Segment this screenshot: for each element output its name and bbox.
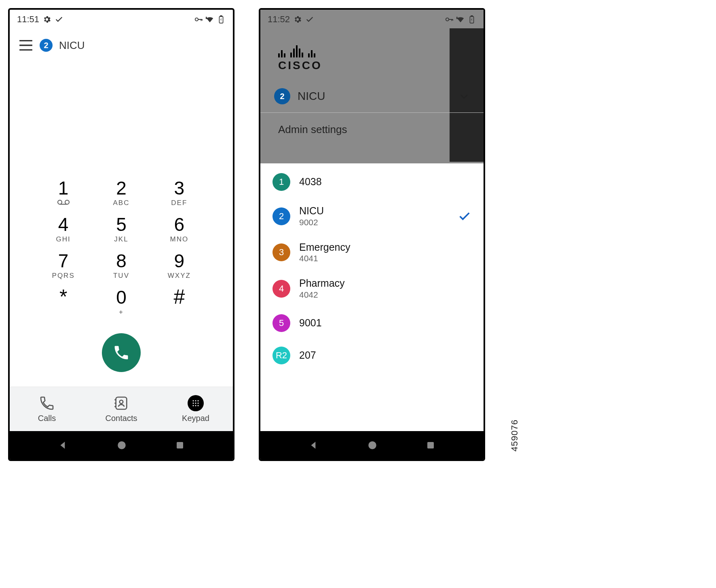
settings-gear-icon — [42, 15, 51, 24]
svg-point-7 — [120, 400, 123, 404]
line-badge: 2 — [40, 39, 53, 52]
nav-recents-icon[interactable] — [175, 440, 185, 450]
svg-point-14 — [193, 405, 194, 406]
line-name: Emergency — [299, 242, 350, 253]
status-bar: 11:52 — [260, 10, 484, 29]
dial-keypad: 1 2ABC 3DEF 4GHI 5JKL 6MNO 7PQRS 8TUV 9W… — [34, 176, 208, 321]
tab-calls[interactable]: Calls — [10, 387, 84, 431]
wifi-signal-icon — [456, 15, 465, 24]
svg-point-10 — [198, 400, 199, 402]
bottom-tab-bar: Calls Contacts Keypad — [10, 387, 233, 431]
line-name: 207 — [299, 350, 316, 361]
cisco-brand-text: CISCO — [278, 59, 484, 72]
phone-screen-line-selector: 11:52 CISCO 2 NICU — [259, 8, 485, 461]
keypad-icon — [188, 395, 204, 411]
svg-point-12 — [195, 403, 196, 404]
line-number: 9002 — [299, 218, 324, 227]
status-time: 11:51 — [17, 14, 39, 25]
svg-point-19 — [446, 18, 449, 21]
line-item-5[interactable]: 5 9001 — [260, 307, 484, 339]
key-0[interactable]: 0+ — [92, 285, 150, 321]
tab-keypad-label: Keypad — [182, 414, 209, 423]
svg-point-17 — [118, 441, 126, 449]
line-name: NICU — [299, 205, 324, 217]
line-badge-5: 5 — [272, 314, 290, 332]
line-number: 4041 — [299, 254, 350, 263]
selected-check-icon — [458, 209, 471, 223]
svg-point-23 — [368, 441, 376, 449]
svg-rect-22 — [471, 16, 473, 17]
svg-point-15 — [195, 405, 196, 406]
svg-point-5 — [65, 200, 69, 204]
android-nav-bar — [10, 431, 233, 459]
line-item-r2[interactable]: R2 207 — [260, 339, 484, 372]
chevron-down-icon — [458, 91, 470, 102]
line-badge: 2 — [274, 88, 290, 104]
svg-rect-1 — [206, 17, 207, 19]
key-3[interactable]: 3DEF — [150, 176, 208, 212]
android-nav-bar — [260, 431, 484, 459]
status-time: 11:52 — [268, 14, 290, 25]
line-badge-3: 3 — [272, 243, 290, 261]
svg-rect-18 — [177, 442, 183, 448]
calls-icon — [39, 395, 55, 411]
key-8[interactable]: 8TUV — [92, 248, 150, 285]
line-badge-r2: R2 — [272, 347, 290, 364]
svg-rect-3 — [220, 16, 222, 17]
tab-calls-label: Calls — [38, 414, 56, 423]
drawer-current-line[interactable]: 2 NICU — [260, 72, 484, 112]
call-button[interactable] — [102, 333, 141, 372]
drawer-line-name: NICU — [298, 90, 325, 103]
line-name: 4038 — [299, 176, 322, 188]
line-item-1[interactable]: 1 4038 — [260, 166, 484, 198]
nav-back-icon[interactable] — [58, 440, 68, 451]
vpn-key-icon — [445, 15, 454, 24]
menu-hamburger-icon[interactable] — [19, 40, 33, 51]
figure-id: 459076 — [509, 419, 520, 451]
svg-rect-20 — [456, 17, 458, 19]
nav-recents-icon[interactable] — [426, 440, 435, 450]
line-badge-2: 2 — [272, 207, 290, 225]
tab-contacts[interactable]: Contacts — [84, 387, 158, 431]
drawer-admin-settings[interactable]: Admin settings — [260, 113, 484, 147]
cisco-bars-icon — [278, 45, 484, 57]
key-6[interactable]: 6MNO — [150, 212, 208, 248]
svg-point-4 — [58, 200, 62, 204]
nav-home-icon[interactable] — [116, 440, 127, 451]
line-picker-sheet: 1 4038 2 NICU9002 3 Emergency4041 4 Phar… — [260, 163, 484, 431]
key-2[interactable]: 2ABC — [92, 176, 150, 212]
line-item-3[interactable]: 3 Emergency4041 — [260, 235, 484, 271]
key-5[interactable]: 5JKL — [92, 212, 150, 248]
key-star[interactable]: * — [34, 285, 92, 321]
phone-handset-icon — [112, 344, 130, 362]
status-bar: 11:51 — [10, 10, 233, 29]
svg-point-0 — [195, 18, 198, 21]
checkmark-icon — [305, 15, 314, 24]
tab-keypad[interactable]: Keypad — [158, 387, 233, 431]
line-name: 9001 — [299, 317, 322, 329]
nav-home-icon[interactable] — [367, 440, 378, 451]
line-number: 4042 — [299, 290, 345, 300]
line-item-4[interactable]: 4 Pharmacy4042 — [260, 271, 484, 307]
cisco-logo: CISCO — [260, 29, 484, 72]
nav-back-icon[interactable] — [308, 440, 319, 451]
key-7[interactable]: 7PQRS — [34, 248, 92, 285]
keypad-area: 1 2ABC 3DEF 4GHI 5JKL 6MNO 7PQRS 8TUV 9W… — [10, 58, 233, 387]
key-9[interactable]: 9WXYZ — [150, 248, 208, 285]
settings-gear-icon — [293, 15, 302, 24]
dimmed-drawer-background: 11:52 CISCO 2 NICU — [260, 10, 484, 163]
svg-point-16 — [198, 405, 199, 406]
phone-screen-keypad: 11:51 2 NICU 1 2ABC 3DEF 4GHI 5JKL 6MNO … — [8, 8, 234, 461]
contacts-icon — [113, 395, 129, 411]
battery-icon — [467, 15, 476, 24]
svg-rect-24 — [427, 442, 434, 448]
key-1[interactable]: 1 — [34, 176, 92, 212]
current-line-name: NICU — [59, 39, 85, 52]
tab-contacts-label: Contacts — [106, 414, 137, 423]
line-name: Pharmacy — [299, 278, 345, 289]
key-4[interactable]: 4GHI — [34, 212, 92, 248]
key-hash[interactable]: # — [150, 285, 208, 321]
voicemail-icon — [34, 199, 92, 207]
line-item-2[interactable]: 2 NICU9002 — [260, 198, 484, 235]
svg-point-11 — [193, 403, 194, 404]
